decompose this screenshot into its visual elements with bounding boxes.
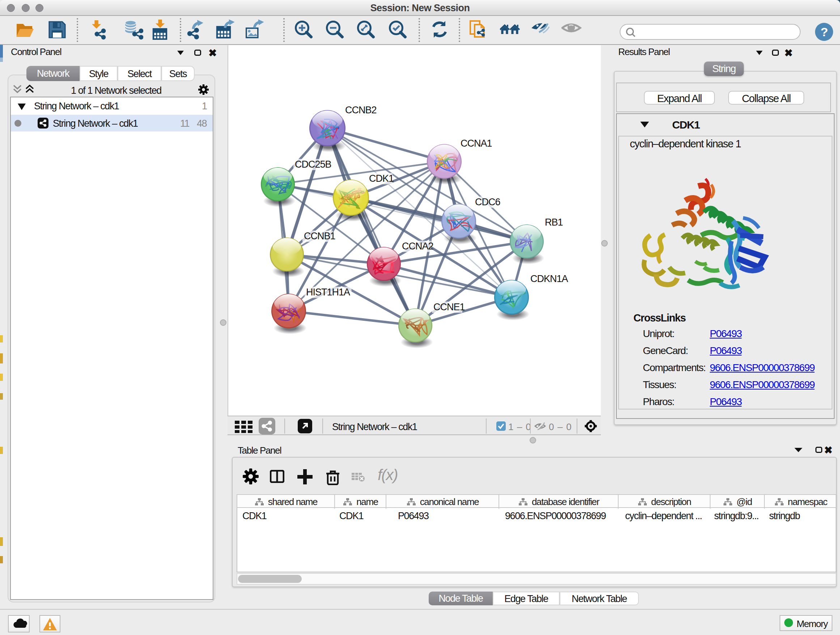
svg-text:CCNE1: CCNE1: [433, 302, 465, 312]
svg-text:CDC25B: CDC25B: [295, 159, 332, 170]
svg-text:CDC6: CDC6: [475, 196, 500, 207]
svg-text:HIST1H1A: HIST1H1A: [306, 287, 350, 298]
svg-text:CCNB1: CCNB1: [304, 231, 335, 241]
svg-text:CCNA2: CCNA2: [402, 241, 433, 252]
svg-text:CCNA1: CCNA1: [461, 138, 492, 149]
svg-text:CDKN1A: CDKN1A: [531, 273, 568, 284]
svg-text:RB1: RB1: [545, 217, 563, 228]
svg-text:CCNB2: CCNB2: [345, 105, 377, 116]
svg-text:CDK1: CDK1: [369, 173, 393, 184]
